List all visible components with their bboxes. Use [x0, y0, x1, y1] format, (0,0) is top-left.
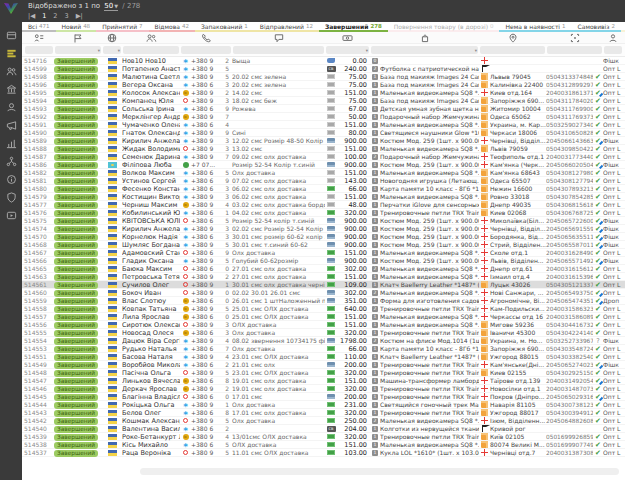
payment-green-icon [327, 186, 335, 191]
country-flag-icon [108, 354, 117, 360]
client-filter-input[interactable] [123, 46, 179, 54]
payment-cell [325, 106, 337, 111]
manager-filter-input[interactable] [604, 46, 622, 54]
status-column-header[interactable] [54, 32, 102, 43]
status-tab[interactable]: Всі471 [22, 22, 56, 32]
status-tab[interactable]: Самовивіз2 [572, 22, 621, 32]
delivery-address: Черкаси 18006 [490, 129, 546, 137]
phone-column-header[interactable] [180, 32, 232, 43]
orders-icon[interactable] [4, 47, 18, 59]
delivery-address: Львів 79059 [490, 145, 546, 153]
viber-source-icon: * [183, 187, 188, 193]
comment-filter-input[interactable] [233, 46, 324, 54]
payment-card-icon [327, 394, 335, 399]
page-size-dropdown[interactable]: 50▼ [104, 2, 118, 11]
manager: Фішк [603, 361, 623, 369]
courier-cell [479, 385, 490, 392]
days-count: 9 [219, 177, 232, 185]
payment-card-icon [327, 162, 335, 167]
order-status-cell: Завершений [54, 121, 102, 129]
marketing-icon[interactable] [4, 119, 18, 131]
days-count: 5 [219, 305, 232, 313]
horizontal-scrollbar[interactable] [140, 468, 619, 475]
order-id: 514596 [24, 81, 54, 89]
country-flag-cell [102, 178, 122, 184]
quantity-cell: 1 [370, 218, 380, 224]
check-icon: ✔ [595, 153, 601, 161]
status-tab[interactable]: Завершений278 [319, 22, 388, 32]
quantity-badge: 1 [372, 130, 378, 136]
country-filter-select[interactable]: ▾ [103, 46, 121, 54]
order-row[interactable]: 514537ЗавершенийРаца Вероніка+380 9511.0… [22, 449, 625, 457]
bank-icon[interactable] [4, 83, 18, 95]
quantity-badge: 1 [372, 434, 378, 440]
status-tab[interactable]: Сервіси0 [621, 22, 625, 32]
courier-cell [479, 289, 490, 296]
page-number-3[interactable]: 3 [64, 12, 68, 20]
status-tab[interactable]: Запакований1 [195, 22, 254, 32]
country-flag-icon [108, 434, 117, 440]
viber-source-icon: * [183, 403, 188, 409]
products-column-header[interactable] [370, 32, 479, 43]
client-name: Влас Слотюу [122, 297, 180, 305]
first-page-button[interactable]: |◀ [28, 12, 35, 20]
address-column-header[interactable] [479, 32, 546, 43]
country-flag-icon [108, 138, 117, 144]
video-icon[interactable] [4, 209, 18, 221]
status-tab[interactable]: Новий48 [56, 22, 97, 32]
page-number-1[interactable]: 1 [42, 12, 46, 20]
payment-green-icon [327, 354, 335, 359]
order-total: 151.00 [337, 377, 370, 385]
order-id-filter-input[interactable] [25, 46, 53, 54]
comment-column-header[interactable] [232, 32, 325, 43]
client-phone: +380 6 [191, 361, 219, 369]
clients-column-header[interactable] [122, 32, 180, 43]
product-filter-select[interactable]: ▾ [371, 46, 478, 54]
address-filter-input[interactable] [480, 46, 545, 54]
status-tab[interactable]: Відправлений12 [254, 22, 319, 32]
page-number-2[interactable]: 2 [53, 12, 57, 20]
order-id: 514586 [24, 161, 54, 169]
topbar: Відображено з 1 по 50▼ / 278 |◀ 1 2 3 ▶| [22, 0, 625, 22]
status-tab[interactable]: Прийнятий7 [96, 22, 148, 32]
quantity-badge: 1 [372, 346, 378, 352]
quantity-cell: 1 [370, 242, 380, 248]
status-badge: Завершений [54, 330, 98, 337]
tracking-filter-input[interactable] [547, 46, 602, 54]
price-column-header[interactable] [325, 32, 370, 43]
order-row[interactable]: 514716ЗавершенийНов10 Нов10*+380 92Выща0… [22, 57, 625, 65]
status-tab[interactable]: Відмова42 [149, 22, 195, 32]
team-icon[interactable] [4, 65, 18, 77]
network-icon[interactable] [4, 155, 18, 167]
payment-green-icon [327, 410, 335, 415]
manager: Опт L [603, 377, 623, 385]
product-name: Костюм Мод. 259 (1шт. x 900.00... [380, 233, 479, 241]
status-badge: Завершений [54, 90, 98, 97]
status-filter-select[interactable]: ▾ [55, 46, 101, 54]
manager-column-header[interactable] [603, 32, 623, 43]
stats-icon[interactable] [4, 137, 18, 149]
country-column-header[interactable] [102, 32, 122, 43]
olx-source-icon [183, 274, 188, 279]
viber-source-icon: * [183, 259, 188, 265]
dashboard-icon[interactable] [4, 29, 18, 41]
security-icon[interactable] [4, 191, 18, 203]
status-tab[interactable]: Нема в наявності1 [499, 22, 571, 32]
last-page-button[interactable]: ▶| [76, 12, 83, 20]
status-tab[interactable]: Повернення товару (в дорозі)0 [388, 22, 500, 32]
info-icon[interactable] [4, 173, 18, 185]
country-flag-icon [108, 338, 117, 344]
app-logo-icon[interactable] [3, 2, 19, 15]
order-id-column-header[interactable] [24, 32, 54, 43]
tracking-number: 20450660205047 [546, 161, 593, 169]
product-name: Тренировочные петли TRX Train... [380, 361, 479, 369]
payments-icon[interactable] [4, 101, 18, 113]
courier-cell [479, 225, 490, 232]
tracking-column-header[interactable] [546, 32, 603, 43]
quantity-badge: 1 [372, 122, 378, 128]
manager: Опт L [603, 201, 623, 209]
quantity-cell: 2 [370, 290, 380, 296]
price-filter-select[interactable]: ▾ [326, 46, 369, 54]
client-phone: +380 6 [191, 377, 219, 385]
phone-filter-input[interactable] [181, 46, 231, 54]
